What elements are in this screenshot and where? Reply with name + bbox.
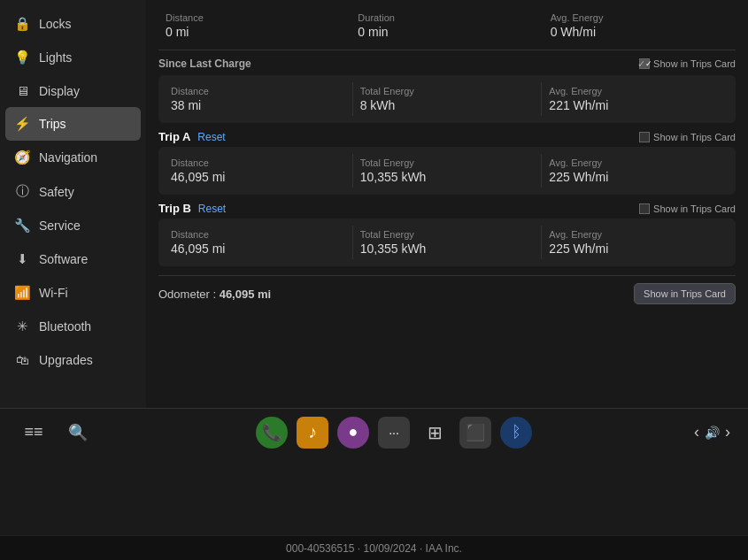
slc-distance-value: 38 mi [171,98,345,112]
sidebar-item-lights[interactable]: 💡 Lights [0,41,146,74]
slc-energy-label: Total Energy [360,86,535,96]
tb-distance-value: 46,095 mi [171,242,345,256]
sidebar-item-upgrades[interactable]: 🛍 Upgrades [0,343,146,376]
sidebar-label-service: Service [39,219,81,233]
wifi-icon: 📶 [14,285,30,301]
sidebar-label-upgrades: Upgrades [39,353,93,367]
tb-avg-label: Avg. Energy [549,229,723,240]
trip-b-title: Trip B Reset [158,202,226,215]
equalizer-button[interactable]: ≡≡ [18,417,50,449]
camera-button[interactable]: ● [337,417,369,449]
display-icon: 🖥 [14,83,30,98]
ta-distance-col: Distance 46,095 mi [164,154,353,188]
slc-avg-col: Avg. Energy 221 Wh/mi [542,82,730,116]
top-distance-label: Distance [166,12,343,23]
trip-a-stats: Distance 46,095 mi Total Energy 10,355 k… [158,147,736,195]
tb-energy-label: Total Energy [360,229,535,240]
main-screen: 🔒 Locks 💡 Lights 🖥 Display ⚡ Trips 🧭 Nav… [0,0,748,451]
tb-avg-value: 225 Wh/mi [549,242,723,256]
trip-a-reset-button[interactable]: Reset [197,131,225,143]
since-last-charge-title: Since Last Charge [158,58,251,70]
more-button[interactable]: ··· [378,417,410,449]
trip-a-header: Trip A Reset Show in Trips Card [158,130,736,143]
software-icon: ⬇ [14,251,30,267]
taskbar-center-group: 📞 ♪ ● ··· ⊞ ⬛ ᛒ [256,417,532,449]
tb-avg-col: Avg. Energy 225 Wh/mi [542,226,730,259]
tb-distance-col: Distance 46,095 mi [164,226,353,259]
ta-energy-label: Total Energy [360,157,535,168]
nav-button[interactable]: ⊞ [419,417,451,449]
sidebar-item-navigation[interactable]: 🧭 Navigation [0,141,146,174]
main-area: 🔒 Locks 💡 Lights 🖥 Display ⚡ Trips 🧭 Nav… [0,0,748,451]
sidebar-item-wifi[interactable]: 📶 Wi-Fi [0,276,146,310]
taskbar-right-group: ‹ 🔊 › [694,423,730,441]
ta-avg-value: 225 Wh/mi [549,170,723,184]
info-bar: 000-40536515 · 10/09/2024 · IAA Inc. [0,535,748,560]
taskbar: ≡≡ 🔍 📞 ♪ ● ··· ⊞ ⬛ ᛒ ‹ 🔊 › [0,408,748,456]
trip-a-checkbox[interactable] [639,132,650,142]
sidebar-item-service[interactable]: 🔧 Service [0,209,146,242]
sidebar-item-locks[interactable]: 🔒 Locks [0,7,146,41]
tb-energy-col: Total Energy 10,355 kWh [353,226,543,259]
slc-energy-value: 8 kWh [360,98,535,112]
taskbar-left-group: ≡≡ 🔍 [18,417,94,449]
sidebar-label-locks: Locks [39,17,72,31]
odometer-value: 46,095 mi [220,288,272,301]
tb-energy-value: 10,355 kWh [360,242,535,256]
bluetooth-button[interactable]: ᛒ [500,417,532,449]
trips-icon: ⚡ [14,116,30,132]
top-duration-col: Duration 0 min [351,9,543,42]
trip-b-checkbox[interactable] [639,203,650,214]
show-trips-card-button[interactable]: Show in Trips Card [634,283,736,304]
lock-icon: 🔒 [14,16,30,32]
trip-a-show-trips[interactable]: Show in Trips Card [639,132,736,142]
arrow-right-icon[interactable]: › [725,423,730,441]
ta-energy-value: 10,355 kWh [360,170,535,184]
ta-avg-col: Avg. Energy 225 Wh/mi [542,154,730,188]
sidebar-label-wifi: Wi-Fi [39,286,68,300]
odometer-text: Odometer : 46,095 mi [158,288,271,301]
since-last-charge-checkbox[interactable]: ✓ [639,58,650,69]
trip-b-reset-button[interactable]: Reset [198,203,226,215]
odometer-label: Odometer : [158,288,216,301]
sidebar-label-bluetooth: Bluetooth [39,319,91,334]
phone-button[interactable]: 📞 [256,417,288,449]
trip-b-name: Trip B [158,202,191,215]
since-last-charge-stats: Distance 38 mi Total Energy 8 kWh Avg. E… [158,75,736,123]
since-last-charge-header: Since Last Charge ✓ Show in Trips Card [158,58,736,70]
slc-distance-col: Distance 38 mi [164,82,353,116]
sidebar-label-trips: Trips [39,117,66,131]
sidebar: 🔒 Locks 💡 Lights 🖥 Display ⚡ Trips 🧭 Nav… [0,0,146,451]
sidebar-item-trips[interactable]: ⚡ Trips [5,107,141,141]
music-button[interactable]: ♪ [297,417,328,449]
info-bar-text: 000-40536515 · 10/09/2024 · IAA Inc. [286,542,462,555]
tb-distance-label: Distance [171,229,345,240]
navigation-icon: 🧭 [14,150,30,165]
since-last-charge-show-label: Show in Trips Card [653,58,736,69]
sidebar-item-safety[interactable]: ⓘ Safety [0,174,146,209]
ta-avg-label: Avg. Energy [549,157,723,168]
sidebar-item-bluetooth[interactable]: ✳ Bluetooth [0,310,146,343]
since-last-charge-show-trips[interactable]: ✓ Show in Trips Card [639,58,736,69]
trip-b-header: Trip B Reset Show in Trips Card [158,202,736,215]
sidebar-item-display[interactable]: 🖥 Display [0,74,146,107]
lights-icon: 💡 [14,50,30,65]
top-stats-row: Distance 0 mi Duration 0 min Avg. Energy… [158,9,736,50]
home-button[interactable]: ⬛ [459,417,491,449]
trip-b-show-label: Show in Trips Card [653,203,736,214]
bluetooth-icon: ✳ [14,318,30,334]
sidebar-label-navigation: Navigation [39,150,97,165]
top-distance-value: 0 mi [166,25,343,39]
trip-b-stats: Distance 46,095 mi Total Energy 10,355 k… [158,219,736,266]
sidebar-label-lights: Lights [39,50,72,65]
ta-distance-value: 46,095 mi [171,170,345,184]
volume-icon: 🔊 [705,426,720,440]
trip-b-show-trips[interactable]: Show in Trips Card [639,203,736,214]
arrow-left-icon[interactable]: ‹ [694,423,699,441]
trip-a-show-label: Show in Trips Card [653,132,736,142]
sidebar-item-software[interactable]: ⬇ Software [0,242,146,276]
top-energy-col: Avg. Energy 0 Wh/mi [544,9,736,42]
sidebar-label-software: Software [39,252,88,266]
top-distance-col: Distance 0 mi [158,9,351,42]
search-button[interactable]: 🔍 [62,417,94,449]
